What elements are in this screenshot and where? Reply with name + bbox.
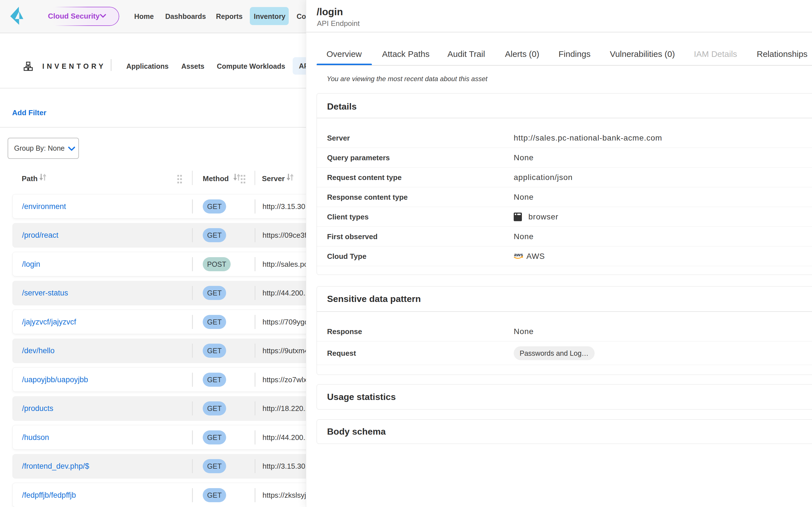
svg-text:aws: aws bbox=[514, 252, 523, 258]
